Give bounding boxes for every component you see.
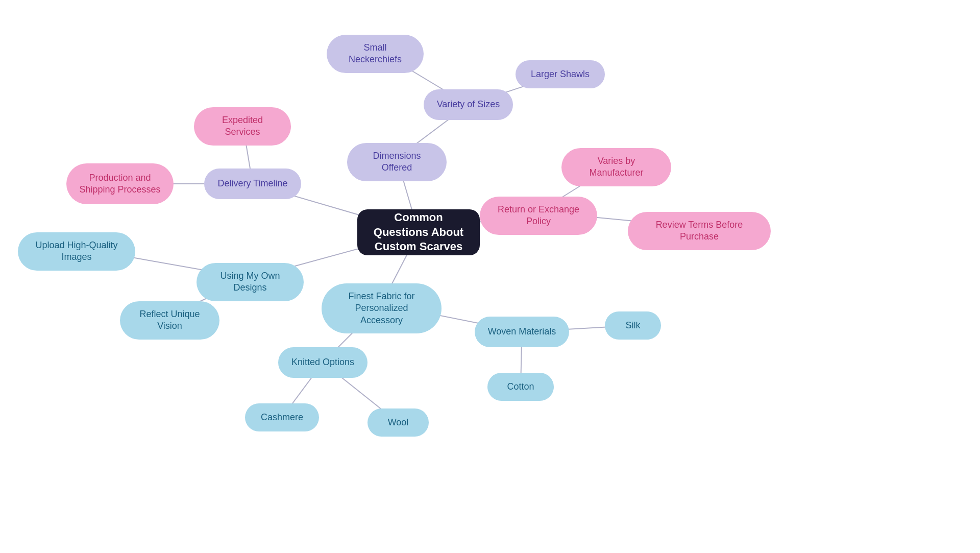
mindmap-node-varies_manufacturer[interactable]: Varies by Manufacturer xyxy=(561,148,671,186)
node-label-return_exchange: Return or Exchange Policy xyxy=(492,204,585,228)
node-label-varies_manufacturer: Varies by Manufacturer xyxy=(574,155,659,179)
node-label-larger_shawls: Larger Shawls xyxy=(531,68,590,80)
node-label-reflect_vision: Reflect Unique Vision xyxy=(132,308,207,332)
node-label-delivery_timeline: Delivery Timeline xyxy=(217,178,287,189)
mindmap-node-woven_materials[interactable]: Woven Materials xyxy=(475,317,569,347)
mindmap-node-return_exchange[interactable]: Return or Exchange Policy xyxy=(480,197,597,235)
node-label-dimensions_offered: Dimensions Offered xyxy=(359,150,434,174)
mindmap-node-dimensions_offered[interactable]: Dimensions Offered xyxy=(347,143,447,181)
mindmap-node-center[interactable]: Common Questions About Custom Scarves xyxy=(357,209,480,255)
mindmap-node-variety_of_sizes[interactable]: Variety of Sizes xyxy=(424,89,513,120)
node-label-wool: Wool xyxy=(388,417,409,428)
mindmap-node-production_shipping[interactable]: Production and Shipping Processes xyxy=(66,163,174,204)
mindmap-node-wool[interactable]: Wool xyxy=(368,408,429,437)
node-label-cotton: Cotton xyxy=(507,381,534,393)
node-label-expedited_services: Expedited Services xyxy=(206,114,279,138)
node-label-finest_fabric: Finest Fabric for Personalized Accessory xyxy=(334,291,429,326)
mindmap-container: Common Questions About Custom ScarvesDel… xyxy=(0,0,980,553)
mindmap-node-reflect_vision[interactable]: Reflect Unique Vision xyxy=(120,301,219,340)
node-label-woven_materials: Woven Materials xyxy=(488,326,556,338)
node-label-cashmere: Cashmere xyxy=(261,412,303,423)
node-label-center: Common Questions About Custom Scarves xyxy=(370,210,468,254)
node-label-small_neckerchiefs: Small Neckerchiefs xyxy=(339,42,411,66)
mindmap-node-expedited_services[interactable]: Expedited Services xyxy=(194,107,291,146)
node-label-upload_images: Upload High-Quality Images xyxy=(30,239,123,263)
mindmap-node-silk[interactable]: Silk xyxy=(605,311,661,340)
node-label-using_own_designs: Using My Own Designs xyxy=(209,270,291,294)
mindmap-node-upload_images[interactable]: Upload High-Quality Images xyxy=(18,232,135,271)
mindmap-node-small_neckerchiefs[interactable]: Small Neckerchiefs xyxy=(327,35,424,73)
mindmap-node-larger_shawls[interactable]: Larger Shawls xyxy=(516,60,605,88)
mindmap-node-review_terms[interactable]: Review Terms Before Purchase xyxy=(628,212,771,250)
mindmap-node-knitted_options[interactable]: Knitted Options xyxy=(278,347,368,378)
node-label-review_terms: Review Terms Before Purchase xyxy=(640,219,758,243)
node-label-silk: Silk xyxy=(625,320,640,331)
mindmap-node-cotton[interactable]: Cotton xyxy=(487,373,554,401)
mindmap-node-using_own_designs[interactable]: Using My Own Designs xyxy=(197,263,304,301)
mindmap-node-delivery_timeline[interactable]: Delivery Timeline xyxy=(204,169,301,199)
connections-svg xyxy=(0,0,980,553)
node-label-production_shipping: Production and Shipping Processes xyxy=(79,172,161,196)
mindmap-node-cashmere[interactable]: Cashmere xyxy=(245,403,319,431)
node-label-knitted_options: Knitted Options xyxy=(291,356,354,368)
mindmap-node-finest_fabric[interactable]: Finest Fabric for Personalized Accessory xyxy=(322,283,442,333)
node-label-variety_of_sizes: Variety of Sizes xyxy=(437,99,500,110)
